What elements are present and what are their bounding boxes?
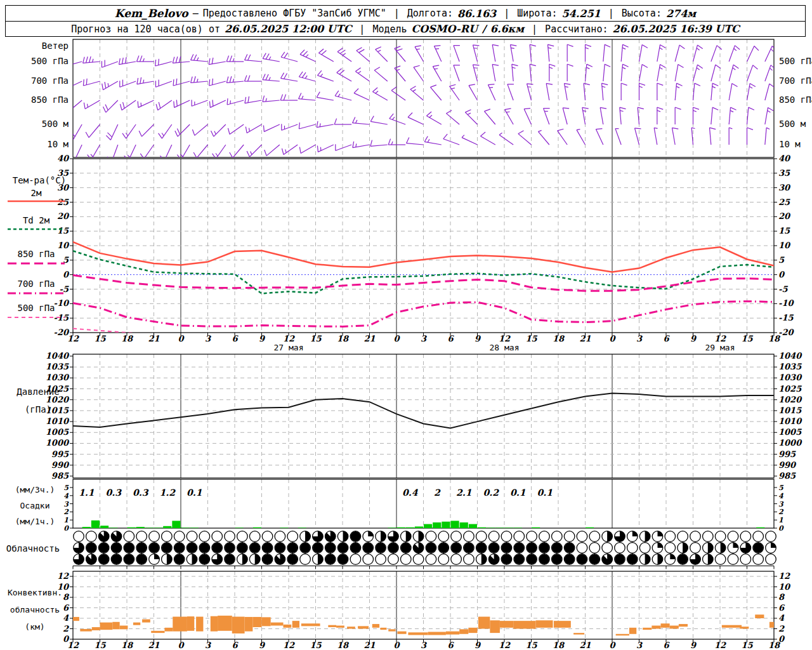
barb-feather: [549, 64, 555, 66]
barb-feather: [120, 104, 122, 110]
cloud-circle: [488, 531, 499, 542]
convective-cloud-block: [100, 623, 113, 630]
convective-cloud-block: [112, 622, 119, 630]
precip-bar: [586, 527, 594, 528]
x-tick-label: 0: [178, 334, 185, 343]
barb-half-feather: [305, 76, 307, 79]
wind-barb: [317, 92, 334, 100]
barb-feather: [299, 93, 301, 99]
wind-barb: [209, 79, 226, 86]
cloud-fill: [589, 554, 599, 564]
convective-cloud-block: [755, 614, 764, 618]
barb-half-feather: [768, 110, 771, 112]
barb-feather: [563, 108, 569, 109]
convective-cloud-block: [397, 632, 406, 634]
cloud-circle: [149, 531, 160, 542]
wind-barb: [102, 60, 117, 68]
cloud-fill: [721, 543, 726, 554]
barb-half-feather: [766, 128, 769, 129]
wind-barb: [426, 112, 441, 124]
wind-barb: [454, 46, 460, 62]
cloud-circle: [451, 554, 462, 565]
barb-half-feather: [358, 71, 361, 73]
forecast-start-time: 26.05.2025 12:00 UTC: [225, 23, 351, 35]
barb-feather: [125, 57, 126, 63]
barb-staff: [209, 62, 226, 65]
barb-half-feather: [697, 68, 700, 70]
wind-level-label-right: 500 гПа: [779, 56, 812, 66]
barb-feather: [396, 49, 402, 51]
cloud-circle: [753, 554, 764, 565]
x-tick-label: 21: [579, 334, 591, 343]
convective-cloud-block: [358, 626, 369, 628]
barb-staff: [357, 51, 370, 62]
cloud-fill: [250, 543, 260, 553]
cloud-fill: [199, 543, 209, 553]
wind-barb: [621, 83, 627, 100]
x-tick-label: 9: [259, 334, 266, 343]
barb-feather: [122, 133, 126, 138]
barb-feather: [712, 107, 718, 110]
wind-barb: [657, 44, 665, 62]
wind-barb: [601, 83, 608, 100]
barb-staff: [75, 145, 82, 160]
barb-half-feather: [730, 110, 733, 112]
barb-staff: [395, 68, 405, 81]
precip-bar: [298, 527, 306, 528]
barb-feather: [194, 76, 196, 83]
cloud-circle: [249, 531, 260, 542]
wind-barb: [657, 83, 663, 100]
conv-y-label-right: 2: [778, 624, 785, 633]
x-tick-label: 21: [148, 640, 159, 650]
precip-y-label-right: 4: [778, 492, 783, 500]
barb-feather: [302, 72, 306, 77]
barb-feather: [70, 156, 75, 160]
temp-panel-label: Тем-ра(°C): [13, 175, 66, 185]
cloud-fill: [657, 531, 662, 536]
barb-feather: [213, 100, 213, 106]
wind-barb: [103, 100, 118, 112]
wind-level-label-left: 500 гПа: [31, 56, 69, 66]
barb-feather: [263, 74, 265, 80]
barb-half-feather: [660, 67, 663, 69]
barb-staff: [263, 80, 280, 81]
cloud-fill: [86, 543, 96, 553]
barb-feather: [227, 98, 228, 105]
barb-staff: [693, 65, 698, 81]
barb-feather: [657, 83, 663, 85]
x-tick-label: 6: [447, 334, 454, 343]
cloud-fill: [406, 531, 411, 542]
barb-feather: [408, 113, 412, 117]
temp-y-label-right: 35: [778, 168, 790, 178]
barb-staff: [563, 108, 567, 124]
wind-barb: [693, 83, 700, 100]
pressure-unit-label: (гПа): [25, 404, 51, 415]
barb-staff: [245, 100, 262, 103]
barb-half-feather: [128, 155, 130, 157]
barb-staff: [765, 84, 769, 100]
barb-feather: [335, 91, 339, 96]
convective-cloud-block: [722, 625, 742, 628]
barb-half-feather: [376, 91, 378, 93]
barb-feather: [672, 128, 678, 129]
barb-half-feather: [771, 49, 773, 51]
barb-feather: [226, 56, 228, 62]
convective-cloud-block: [284, 625, 292, 628]
wind-barb: [395, 66, 405, 81]
cloud-fill: [419, 531, 424, 542]
pressure-y-label-left: 1010: [46, 416, 70, 426]
barb-staff: [621, 64, 622, 81]
convective-cloud-block: [554, 621, 571, 628]
wind-barb: [160, 145, 171, 160]
cloud-fill: [657, 554, 662, 565]
convective-cloud-block: [92, 627, 100, 630]
barb-staff: [729, 46, 735, 62]
x-tick-label: 18: [337, 334, 350, 343]
wind-barb: [408, 113, 423, 124]
convective-cloud-block: [232, 617, 245, 633]
wind-barb: [765, 128, 769, 145]
wind-barb: [67, 100, 82, 111]
barb-staff: [711, 65, 716, 81]
cloud-circle: [136, 531, 147, 542]
barb-feather: [621, 83, 627, 85]
